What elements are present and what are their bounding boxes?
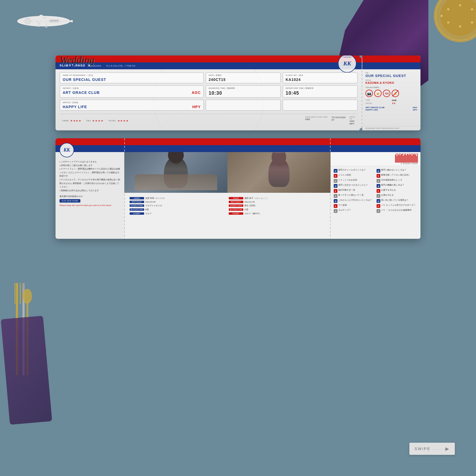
arrive-label: ARRIVE / 目的地 xyxy=(63,101,201,104)
airplane-icon: ✈ xyxy=(86,62,92,68)
from-label: FROM xyxy=(349,116,355,118)
qa-text-14: ウニ塩湖 xyxy=(338,204,347,207)
wedding-title-area: Wedding FLIGHT PASS ✈ xyxy=(60,56,95,68)
person1-hat xyxy=(168,152,184,163)
person2-silhouette xyxy=(268,158,290,187)
arrive-value: HAPPY LIFE HPY xyxy=(63,105,201,109)
qa-text-7: 相手の機嫌の直し方は？ xyxy=(381,184,404,186)
svg-point-33 xyxy=(22,289,32,304)
qa-badge-14: K xyxy=(334,204,337,208)
p1-bloodtype-field: BLOODTYPE B型 xyxy=(130,208,226,211)
qa-text-16: モルディブ♡ xyxy=(338,209,351,212)
tax-arrows: ➤ ➤ ➤ ➤ xyxy=(92,119,103,122)
p2-hometown-field: HOMETOWN 東京 太田区 xyxy=(229,204,325,207)
back-right-blue xyxy=(331,145,420,152)
barcode-container: 2 015102 41024 xyxy=(395,153,418,164)
qa-badge-8: K xyxy=(334,189,337,193)
fields-row-3: ARRIVE / 目的地 HAPPY LIFE HPY xyxy=(60,100,358,111)
p2-hobby-field: HOBBY ゴルフ（修行中） xyxy=(229,212,325,215)
fare-basis-group: FARE BASIS TOUR CODE K&K xyxy=(305,116,328,125)
person1-card: NAME 須賀 和馬 すが かずま BIRTHDAY 19xx.03.30 HO… xyxy=(128,195,227,217)
back-left-panel: KK このチケットでマイルはたまりません 定時出発にご協力お願い致します スマー… xyxy=(56,138,124,239)
flight-value: KA1024 xyxy=(286,77,355,82)
icons-row: 📷 🍺 🍽 ✋ xyxy=(365,90,417,97)
tax-item: TAX ➤ ➤ ➤ ➤ xyxy=(86,119,103,122)
stub-names: KAZUMA & KYOKO xyxy=(365,81,417,84)
qa-text-1: 相手に触わないところは？ xyxy=(381,169,406,171)
total-arrows: ➤ ➤ ➤ ➤ xyxy=(118,119,128,122)
qa-badge-1: Q xyxy=(377,169,380,173)
qa-item-1: Q相手に触わないところは？ xyxy=(377,169,417,173)
arrive-name: HAPPY LIFE xyxy=(63,105,87,109)
depart-field: DEPART / 出発地 ART GRACE CLUB AGC xyxy=(60,85,204,98)
back-address: 東京都中央区銀座8-10-5 xyxy=(59,195,120,198)
from-code: AGC xyxy=(349,120,355,122)
p2-birthday-field: BIRTHDAY 19xx.01.05 xyxy=(229,201,325,203)
qa-text-6: 相手に注文をつけるとしたら？ xyxy=(338,184,368,186)
qa-badge-3: K xyxy=(377,174,380,178)
photo-woman xyxy=(227,152,331,193)
new-home-button[interactable]: OUR NEW HOME xyxy=(59,199,80,203)
boarding-value: 10:30 xyxy=(209,90,278,96)
ticket-front: KK AIR 240CT15 28151024 H.I.S.CO.LTD., /… xyxy=(56,56,420,130)
qa-badge-16: A xyxy=(334,209,337,213)
tc-group: TC-KAY1024 F7 xyxy=(332,116,345,125)
qa-badge-15: K xyxy=(377,204,380,208)
qa-item-5: A方向感覚抜群なところ xyxy=(377,179,417,183)
stub-route: ART GRACE CLUB AGC HAPPY LIFE HPY xyxy=(365,106,417,111)
qa-badge-0: Q xyxy=(334,169,337,173)
barcode-number: 2 015102 41024 xyxy=(401,163,418,164)
stub-header xyxy=(362,56,420,69)
bullet-4: デジタルカメラ、デジタルビデオ等の電子機器の使用は全く制限されません 新郎新婦・… xyxy=(59,178,120,189)
qa-text-11: お酒を与える xyxy=(381,194,394,196)
swipe-dots: ·········▶ xyxy=(433,446,450,452)
departure-field: DEPARTURE TIME / 開宴時間 10:45 xyxy=(283,85,358,98)
depart-name: ART GRACE CLUB xyxy=(63,90,100,95)
fare-codes: FARE BASIS TOUR CODE K&K TC-KAY1024 F7 F… xyxy=(305,116,355,125)
stub-body: TO OUR SPECIAL GUEST FROM KAZUMA & KYOKO… xyxy=(362,69,420,126)
svg-point-25 xyxy=(471,21,473,24)
stub-from-line: ART GRACE CLUB AGC xyxy=(365,106,417,109)
p2-hobby-value: ゴルフ（修行中） xyxy=(244,212,261,215)
qa-badge-13: Q xyxy=(377,199,380,203)
p1-hometown-field: HOMETOWN リオデジャネイロ xyxy=(130,204,226,207)
qa-item-0: Q相手のチャームポイントは？ xyxy=(334,169,374,173)
qa-badge-4: A xyxy=(334,179,337,183)
qa-item-8: K倹約不断すぎ！笑 xyxy=(334,189,374,193)
ticket-main-panel: KK AIR 240CT15 28151024 H.I.S.CO.LTD., /… xyxy=(56,56,362,130)
qa-text-3: 家事全般（アイロン掛け以外） xyxy=(381,174,411,176)
svg-rect-27 xyxy=(15,283,15,304)
svg-point-20 xyxy=(447,8,449,10)
qa-text-2: ニコニコ笑顔 xyxy=(338,174,351,176)
barcode-image xyxy=(395,153,418,163)
svg-rect-8 xyxy=(50,20,52,21)
qa-item-13: Q思い出に残っている場所は？ xyxy=(377,199,417,203)
stub-smoke-label: SMOKE xyxy=(365,102,391,105)
stub-from-label: FROM xyxy=(365,79,417,81)
back-center-panel: NAME 須賀 和馬 すが かずま BIRTHDAY 19xx.03.30 HO… xyxy=(124,138,331,239)
back-center-header xyxy=(124,138,331,152)
ticket-body: NAME OF PASSENGER / ご氏名 OUR SPECIAL GUES… xyxy=(56,69,362,130)
svg-rect-11 xyxy=(57,20,58,21)
fare-section: FARE ➤ ➤ ➤ ➤ TAX ➤ ➤ ➤ ➤ TOTAL ➤ ➤ ➤ ➤ F… xyxy=(60,114,358,127)
back-bullets-list: このチケットでマイルはたまりません 定時出発にご協力お願い致します スマートフォ… xyxy=(59,160,120,192)
flight-pass-label: FLIGHT PASS xyxy=(60,64,86,67)
tc-value: TC-KAY1024 xyxy=(332,116,345,119)
kk-letters: KK xyxy=(343,60,351,67)
filler-2 xyxy=(283,100,358,111)
qa-badge-17: A xyxy=(377,209,380,213)
p2-hometown-value: 東京 太田区 xyxy=(244,204,255,207)
p2-bloodtype-field: BLOODTYPE O型 xyxy=(229,208,325,211)
qa-badge-10: A xyxy=(334,194,337,198)
departure-label: DEPARTURE TIME / 開宴時間 xyxy=(286,87,355,90)
person-info-section: NAME 須賀 和馬 すが かずま BIRTHDAY 19xx.03.30 HO… xyxy=(124,193,331,239)
qa-text-12: これから二人で行きたいところは？ xyxy=(338,199,372,202)
p1-hobby-label: HOBBY xyxy=(130,212,144,215)
stub-time-value: 1045 xyxy=(392,99,418,102)
date-label: DATE / 搭乗日 xyxy=(209,74,278,77)
person2-card: NAME 瀧田 恭子 たきた きょうこ BIRTHDAY 19xx.01.05 … xyxy=(227,195,327,217)
p1-birthday-value: 19xx.03.30 xyxy=(145,201,155,203)
fare-item: FARE ➤ ➤ ➤ ➤ xyxy=(62,119,81,122)
back-left-header: KK xyxy=(56,138,124,152)
p1-name-value: 須賀 和馬 すが かずま xyxy=(145,197,165,200)
